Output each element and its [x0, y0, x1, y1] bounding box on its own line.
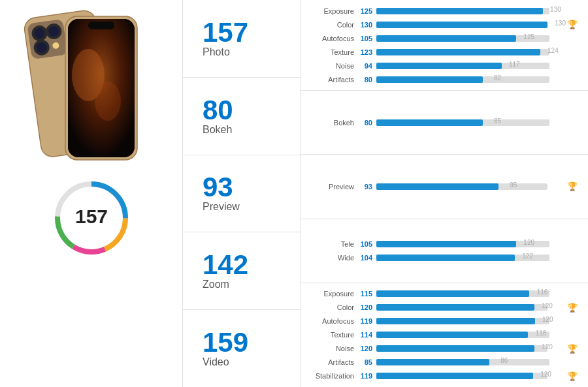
metric-bar-fill: 125 [376, 35, 516, 42]
metric-max-label: 120 [540, 371, 551, 378]
metric-name: Noise [307, 345, 358, 352]
metric-row: Texture123124 [307, 47, 578, 57]
metric-bar-fill: 130 [376, 8, 543, 14]
metric-max-label: 116 [537, 288, 548, 296]
metric-max-label: 124 [547, 47, 559, 54]
metric-name: Artifacts [307, 76, 358, 84]
metric-max-label: 130 [550, 6, 561, 13]
metric-score: 123 [358, 48, 376, 56]
metric-row: Artifacts8082 [307, 74, 578, 85]
svg-rect-13 [88, 22, 114, 29]
photo-score-number: 157 [203, 19, 248, 46]
metric-bar-fill: 82 [376, 76, 483, 83]
preview-score-label: Preview [203, 201, 240, 213]
metric-name: Preview [307, 183, 358, 191]
metric-row: Tele105120 [307, 239, 578, 249]
metric-bar-container: 120 [376, 304, 547, 311]
zoom-metrics-section: Tele105120Wide104122 [301, 219, 588, 283]
metric-bar-container: 116 [376, 290, 549, 297]
metric-row: Stabilization119120🏆 [307, 371, 578, 381]
metric-name: Color [307, 303, 358, 311]
metric-score: 130 [358, 21, 376, 29]
metric-bar-container: 120 [376, 345, 547, 352]
metric-row: Wide104122 [307, 253, 578, 263]
video-metrics-section: Exposure115116Color120120🏆Autofocus11912… [301, 283, 588, 387]
bokeh-score-section: 80 Bokeh [183, 78, 300, 155]
score-circle: 157 [52, 179, 131, 257]
metric-bar-container: 95 [376, 183, 547, 190]
metric-name: Noise [307, 62, 358, 70]
metric-max-label: 122 [522, 253, 533, 260]
metric-row: Exposure125130 [307, 6, 578, 16]
preview-score-number: 93 [203, 174, 233, 201]
zoom-score-number: 142 [203, 251, 248, 279]
metric-row: Exposure115116 [307, 288, 578, 299]
metric-bar-fill: 120 [376, 304, 534, 311]
metric-bar-container: 120 [376, 373, 547, 379]
metric-name: Wide [307, 254, 358, 262]
metric-name: Stabilization [307, 372, 358, 380]
metric-name: Autofocus [307, 317, 358, 325]
photo-metrics-section: Exposure125130Color130130🏆Autofocus10512… [301, 0, 588, 91]
metric-bar-fill: 120 [376, 318, 535, 324]
metric-bar-fill: 122 [376, 255, 515, 261]
metric-bar-container: 124 [376, 49, 549, 55]
metric-bar-container: 82 [376, 76, 549, 83]
metric-score: 104 [358, 254, 376, 262]
metric-bar-fill: 130 [376, 22, 547, 28]
metric-bar-container: 130 [376, 22, 547, 28]
metric-max-label: 125 [523, 33, 534, 40]
metric-row: Color130130🏆 [307, 20, 578, 30]
metric-max-label: 85 [494, 117, 501, 125]
metric-row: Texture114118 [307, 330, 578, 340]
metric-score: 120 [358, 303, 376, 311]
metric-bar-container: 117 [376, 63, 549, 69]
metric-bar-container: 122 [376, 255, 549, 261]
bokeh-score-number: 80 [203, 97, 233, 124]
zoom-score-label: Zoom [203, 279, 229, 290]
metric-row: Artifacts8586 [307, 357, 578, 367]
video-score-number: 159 [203, 329, 248, 356]
preview-score-section: 93 Preview [183, 155, 300, 233]
metric-score: 80 [358, 119, 376, 127]
metric-name: Exposure [307, 7, 358, 15]
metric-max-label: 118 [536, 330, 547, 337]
metric-max-label: 95 [510, 181, 517, 189]
metric-max-label: 117 [509, 61, 520, 68]
metric-row: Autofocus119120 [307, 316, 578, 326]
metric-score: 105 [358, 35, 376, 42]
photo-score-section: 157 Photo [183, 0, 300, 78]
main-container:  [0, 0, 588, 387]
metric-bar-fill: 120 [376, 241, 516, 247]
metric-bar-container: 130 [376, 8, 549, 14]
metric-bar-fill: 120 [376, 345, 534, 352]
right-panel: Exposure125130Color130130🏆Autofocus10512… [301, 0, 588, 387]
metric-score: 80 [358, 76, 376, 84]
metric-bar-fill: 117 [376, 63, 502, 69]
metric-name: Bokeh [307, 119, 358, 127]
metric-name: Tele [307, 240, 358, 248]
metric-max-label: 120 [542, 316, 553, 323]
metric-score: 115 [358, 290, 376, 298]
metric-row: Autofocus105125 [307, 33, 578, 44]
trophy-icon: 🏆 [567, 303, 578, 313]
photo-score-label: Photo [203, 46, 230, 58]
metric-row: Preview9395🏆 [307, 181, 578, 192]
video-score-section: 159 Video [183, 310, 300, 387]
metric-bar-container: 118 [376, 332, 549, 338]
metric-bar-container: 125 [376, 35, 549, 42]
metric-row: Noise94117 [307, 61, 578, 71]
metric-score: 125 [358, 7, 376, 15]
left-panel:  [0, 0, 183, 387]
trophy-icon: 🏆 [567, 344, 578, 354]
svg-rect-1 [27, 19, 67, 59]
metric-score: 93 [358, 183, 376, 191]
metric-bar-fill: 95 [376, 183, 498, 190]
preview-metrics-section: Preview9395🏆 [301, 155, 588, 219]
trophy-icon: 🏆 [567, 181, 578, 191]
metric-score: 119 [358, 372, 376, 380]
bokeh-metrics-section: Bokeh8085 [301, 91, 588, 155]
metric-bar-fill: 116 [376, 290, 529, 297]
metric-max-label: 86 [500, 357, 508, 364]
metric-name: Color [307, 21, 358, 29]
